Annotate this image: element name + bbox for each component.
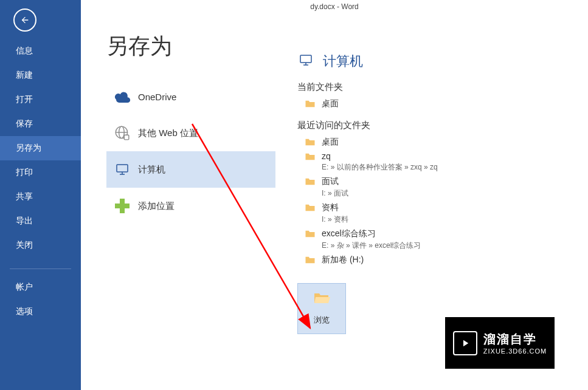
backstage-sidebar: 信息 新建 打开 保存 另存为 打印 共享 导出 关闭 帐户 选项 (0, 0, 81, 390)
folder-path: E: » 以前的各种作业答案 » zxq » zq (322, 162, 438, 173)
sidebar-item-label: 打开 (16, 94, 33, 104)
globe-icon (111, 125, 133, 141)
browse-button[interactable]: 浏览 (297, 283, 346, 334)
recent-folder-item[interactable]: 桌面 (297, 135, 588, 149)
computer-icon (297, 53, 314, 70)
location-computer[interactable]: 计算机 (106, 151, 275, 188)
folder-icon (305, 138, 316, 146)
watermark-line2: ZIXUE.3D66.COM (483, 347, 547, 355)
sidebar-item-share[interactable]: 共享 (0, 185, 81, 209)
recent-folder-item[interactable]: excel综合练习 E: » 杂 » 课件 » excel综合练习 (297, 227, 588, 253)
sidebar-item-label: 导出 (16, 216, 33, 225)
folder-path: E: » 杂 » 课件 » excel综合练习 (322, 241, 421, 251)
sidebar-item-label: 保存 (16, 118, 33, 128)
sidebar-item-info[interactable]: 信息 (0, 39, 81, 63)
folder-name: zq (322, 151, 438, 161)
svg-rect-7 (300, 55, 311, 63)
sidebar-item-print[interactable]: 打印 (0, 160, 81, 185)
location-label: OneDrive (138, 92, 176, 102)
recent-folder-item[interactable]: 面试 I: » 面试 (297, 174, 588, 200)
back-button[interactable] (13, 9, 36, 32)
folder-name: excel综合练习 (322, 228, 421, 239)
window-title: dy.docx - Word (81, 0, 588, 15)
sidebar-separator (10, 269, 71, 269)
sidebar-item-saveas[interactable]: 另存为 (0, 136, 81, 160)
folder-icon (305, 256, 316, 264)
sidebar-item-export[interactable]: 导出 (0, 209, 81, 233)
sidebar-item-label: 共享 (16, 191, 33, 201)
location-detail-header: 计算机 (297, 52, 588, 70)
sidebar-item-new[interactable]: 新建 (0, 63, 81, 87)
page-title: 另存为 (106, 32, 275, 61)
sidebar-item-label: 新建 (16, 70, 33, 80)
sidebar-item-account[interactable]: 帐户 (0, 275, 81, 299)
watermark-line1: 溜溜自学 (483, 331, 547, 347)
folder-path: I: » 资料 (322, 214, 348, 225)
current-folder-item[interactable]: 桌面 (297, 97, 588, 111)
sidebar-item-label: 另存为 (16, 143, 41, 152)
play-icon (453, 331, 477, 355)
watermark-badge: 溜溜自学 ZIXUE.3D66.COM (445, 317, 555, 369)
location-add[interactable]: 添加位置 (106, 188, 275, 224)
folder-icon (305, 204, 316, 212)
arrow-left-icon (20, 15, 30, 25)
location-web[interactable]: 其他 Web 位置 (106, 115, 275, 151)
folder-path: I: » 面试 (322, 188, 348, 199)
recent-folders-heading: 最近访问的文件夹 (297, 120, 588, 131)
cloud-icon (111, 91, 133, 103)
recent-folder-item[interactable]: 资料 I: » 资料 (297, 200, 588, 227)
folder-icon (305, 152, 316, 161)
sidebar-item-label: 打印 (16, 167, 33, 177)
sidebar-item-label: 选项 (16, 306, 33, 316)
location-detail-title: 计算机 (323, 52, 363, 70)
folder-open-icon (313, 292, 330, 307)
recent-folder-item[interactable]: zq E: » 以前的各种作业答案 » zxq » zq (297, 149, 588, 174)
recent-folder-item[interactable]: 新加卷 (H:) (297, 253, 588, 267)
folder-name: 桌面 (322, 137, 339, 148)
location-label: 计算机 (138, 164, 165, 176)
folder-icon (305, 100, 316, 108)
folder-name: 面试 (322, 176, 348, 187)
sidebar-item-label: 关闭 (16, 240, 33, 250)
browse-label: 浏览 (314, 315, 330, 326)
current-folder-heading: 当前文件夹 (297, 81, 588, 93)
computer-icon (111, 162, 133, 177)
svg-rect-4 (117, 165, 128, 172)
location-label: 添加位置 (138, 200, 175, 212)
location-label: 其他 Web 位置 (138, 128, 198, 139)
folder-icon (305, 230, 316, 238)
sidebar-item-options[interactable]: 选项 (0, 299, 81, 324)
sidebar-item-label: 信息 (16, 46, 33, 55)
sidebar-item-close[interactable]: 关闭 (0, 233, 81, 258)
sidebar-item-label: 帐户 (16, 282, 33, 292)
folder-name: 资料 (322, 202, 348, 213)
folder-name: 新加卷 (H:) (322, 255, 364, 265)
sidebar-item-open[interactable]: 打开 (0, 87, 81, 112)
folder-name: 桌面 (322, 98, 339, 109)
plus-icon (111, 199, 133, 213)
svg-rect-3 (124, 135, 129, 140)
sidebar-item-save[interactable]: 保存 (0, 112, 81, 136)
folder-icon (305, 177, 316, 186)
location-list: OneDrive 其他 Web 位置 计算机 (106, 78, 275, 224)
location-onedrive[interactable]: OneDrive (106, 78, 275, 115)
